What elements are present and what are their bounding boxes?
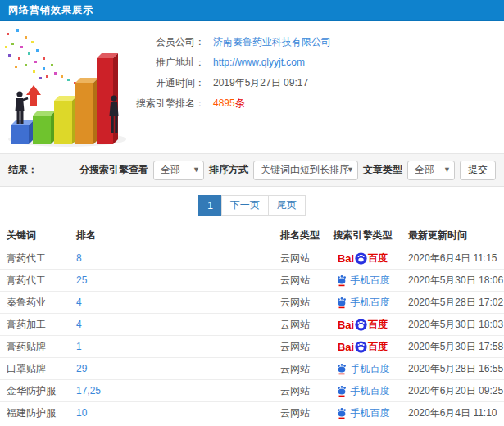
mobile-baidu-label[interactable]: 手机百度 — [351, 384, 390, 398]
filter-controls: 分搜索引擎查看 全部 ▼ 排序方式 关键词由短到长排序 ▼ 文章类型 全部 ▼ … — [79, 161, 496, 180]
baidu-logo: Bai百度 — [338, 340, 388, 354]
update-time-cell: 2020年6月4日 11:15 — [402, 252, 504, 265]
engine-view-select[interactable]: 全部 ▼ — [153, 161, 204, 180]
company-value[interactable]: 济南秦鲁药业科技有限公司 — [213, 32, 331, 52]
confetti-dots — [5, 29, 76, 84]
baidu-logo: Bai百度 — [338, 318, 388, 332]
update-time-cell: 2020年5月28日 16:55 — [402, 362, 504, 376]
baidu-logo: Bai百度 — [338, 252, 388, 265]
sort-label: 排序方式 — [209, 163, 248, 177]
table-row: 膏药贴牌1云网站Bai百度手机百度2020年5月30日 17:58 — [0, 335, 504, 357]
rank-type-cell: 云网站 — [279, 340, 324, 354]
rank-type-cell: 云网站 — [279, 318, 324, 332]
engine-cell: Bai百度手机百度 — [324, 384, 402, 398]
rank-value[interactable]: 29 — [76, 363, 87, 374]
table-header-row: 关键词 排名 排名类型 搜索引擎类型 最新更新时间 — [0, 224, 504, 247]
engine-cell: Bai百度手机百度 — [324, 252, 402, 265]
engine-cell: Bai百度手机百度 — [324, 340, 402, 354]
update-time-cell: 2020年5月30日 18:06 — [402, 274, 504, 288]
promo-url-label: 推广地址： — [123, 52, 205, 73]
table-row: 秦鲁药业4云网站Bai百度手机百度2020年5月28日 17:02 — [0, 291, 504, 313]
engine-cell: Bai百度手机百度 — [324, 318, 402, 332]
pagination: 1 下一页 尾页 — [198, 195, 306, 216]
member-info: 会员公司： 济南秦鲁药业科技有限公司 推广地址： http://www.qlyy… — [123, 32, 500, 114]
rank-type-cell: 云网站 — [279, 252, 324, 265]
keyword-cell: 膏药加工 — [0, 318, 70, 332]
table-row: 口罩贴牌29云网站Bai百度手机百度2020年5月28日 16:55 — [0, 357, 504, 379]
engine-cell: Bai百度手机百度 — [324, 296, 402, 310]
engine-cell: Bai百度手机百度 — [324, 274, 402, 288]
mobile-baidu-logo: 手机百度 — [336, 406, 390, 420]
chevron-down-icon: ▼ — [347, 165, 354, 174]
mobile-baidu-label[interactable]: 手机百度 — [351, 362, 390, 376]
rank-cell: 10 — [70, 407, 279, 419]
rank-type-cell: 云网站 — [279, 274, 324, 288]
up-arrow-icon — [26, 85, 41, 106]
submit-button[interactable]: 提交 — [460, 161, 496, 180]
keyword-cell: 膏药代工 — [0, 252, 70, 265]
info-row-url: 推广地址： http://www.qlyyjt.com — [123, 52, 500, 73]
company-label: 会员公司： — [123, 32, 205, 52]
mobile-baidu-logo: 手机百度 — [336, 274, 390, 288]
open-time-value: 2019年5月27日 09:17 — [213, 73, 308, 93]
rank-value[interactable]: 25 — [76, 274, 87, 286]
filter-bar: 结果： 分搜索引擎查看 全部 ▼ 排序方式 关键词由短到长排序 ▼ 文章类型 全… — [0, 154, 504, 187]
mobile-baidu-paw-icon — [336, 297, 347, 309]
rank-type-cell: 云网站 — [279, 296, 324, 310]
rank-cell: 8 — [70, 252, 279, 264]
baidu-logo-cn: 百度 — [368, 252, 388, 265]
info-row-company: 会员公司： 济南秦鲁药业科技有限公司 — [123, 32, 500, 52]
baidu-logo-cn: 百度 — [368, 340, 388, 354]
mobile-baidu-label[interactable]: 手机百度 — [351, 274, 390, 288]
baidu-logo-cn: 百度 — [368, 318, 388, 332]
rank-value[interactable]: 10 — [76, 407, 87, 419]
ranking-count-unit: 条 — [235, 97, 245, 109]
page-current[interactable]: 1 — [198, 195, 222, 216]
article-type-selected: 全部 — [415, 163, 434, 177]
promo-url-value[interactable]: http://www.qlyyjt.com — [213, 52, 305, 73]
engine-cell: Bai百度手机百度 — [324, 406, 402, 420]
page-last[interactable]: 尾页 — [268, 195, 306, 216]
col-header-keyword: 关键词 — [0, 229, 70, 242]
update-time-cell: 2020年5月28日 17:02 — [402, 296, 504, 310]
keyword-cell: 膏药贴牌 — [0, 340, 70, 354]
info-row-ranking-count: 搜索引擎排名： 4895条 — [123, 93, 500, 114]
rank-cell: 17,25 — [70, 385, 279, 397]
mobile-baidu-label[interactable]: 手机百度 — [351, 406, 390, 420]
engine-cell: Bai百度手机百度 — [324, 362, 402, 376]
page-next[interactable]: 下一页 — [221, 195, 269, 216]
rank-value[interactable]: 1 — [76, 341, 82, 352]
rank-cell: 4 — [70, 319, 279, 330]
rank-cell: 4 — [70, 297, 279, 308]
mobile-baidu-logo: 手机百度 — [336, 296, 390, 310]
ranking-count-number: 4895 — [213, 97, 235, 109]
businessman-left — [16, 91, 29, 124]
sort-select[interactable]: 关键词由短到长排序 ▼ — [253, 161, 358, 180]
article-type-label: 文章类型 — [363, 163, 402, 177]
baidu-logo-text: Bai — [338, 252, 354, 265]
update-time-cell: 2020年5月30日 18:03 — [402, 318, 504, 332]
ranking-count-value: 4895条 — [213, 93, 245, 114]
rank-value[interactable]: 8 — [76, 252, 82, 264]
baidu-paw-icon — [355, 252, 367, 265]
col-header-engine: 搜索引擎类型 — [324, 229, 402, 242]
mobile-baidu-logo: 手机百度 — [336, 384, 390, 398]
rank-type-cell: 云网站 — [279, 406, 324, 420]
window-title-bar: 网络营销效果展示 — [0, 0, 504, 21]
rank-value[interactable]: 17,25 — [76, 385, 101, 397]
chevron-down-icon: ▼ — [193, 165, 200, 174]
rank-cell: 29 — [70, 363, 279, 374]
mobile-baidu-label[interactable]: 手机百度 — [351, 296, 390, 310]
rank-value[interactable]: 4 — [76, 319, 82, 330]
rank-cell: 25 — [70, 274, 279, 286]
sort-selected: 关键词由短到长排序 — [261, 163, 349, 177]
baidu-paw-icon — [355, 341, 367, 353]
baidu-logo-text: Bai — [338, 319, 354, 331]
col-header-rank: 排名 — [70, 229, 279, 242]
article-type-select[interactable]: 全部 ▼ — [407, 161, 455, 180]
rank-value[interactable]: 4 — [76, 297, 82, 308]
keyword-cell: 膏药代工 — [0, 274, 70, 288]
chevron-down-icon: ▼ — [443, 165, 451, 174]
info-row-open-time: 开通时间： 2019年5月27日 09:17 — [123, 73, 500, 93]
open-time-label: 开通时间： — [123, 73, 205, 93]
